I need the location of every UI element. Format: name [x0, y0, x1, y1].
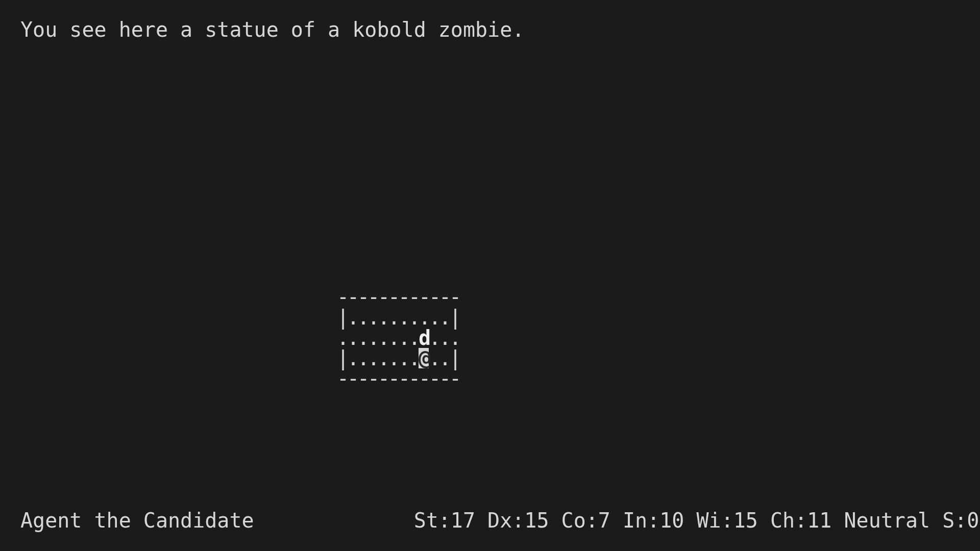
map-cell: . — [398, 307, 408, 328]
map-cell — [327, 328, 337, 348]
map-cell: - — [347, 368, 357, 389]
map-cell: . — [398, 348, 408, 368]
map-row: ------------ — [327, 287, 470, 307]
map-cell: - — [419, 287, 429, 307]
map-cell: - — [429, 368, 439, 389]
map-cell: - — [378, 287, 388, 307]
map-cell: - — [429, 287, 439, 307]
map-cell: . — [378, 348, 388, 368]
map-cell — [459, 328, 470, 348]
map-cell: . — [408, 348, 419, 368]
map-cell: - — [408, 368, 419, 389]
map-cell — [459, 368, 470, 389]
map-cell: - — [449, 368, 459, 389]
map-cell: . — [439, 307, 449, 328]
map-cell: . — [388, 348, 398, 368]
map-cell: - — [357, 368, 368, 389]
map-cell: - — [368, 287, 378, 307]
monster-d: d — [419, 328, 429, 348]
map-cell — [327, 307, 337, 328]
map-cell: . — [378, 328, 388, 348]
map-cell: - — [368, 368, 378, 389]
map-cell: . — [347, 348, 357, 368]
map-cell — [327, 368, 337, 389]
map-cell: . — [439, 348, 449, 368]
map-cell — [459, 348, 470, 368]
map-row: ------------ — [327, 368, 470, 389]
map-cell: . — [347, 307, 357, 328]
map-cell: - — [449, 287, 459, 307]
map-cell: . — [378, 307, 388, 328]
map-row: ........d... — [327, 328, 470, 348]
map-cell: . — [429, 307, 439, 328]
player: @ — [419, 348, 429, 368]
message-line: You see here a statue of a kobold zombie… — [20, 18, 524, 41]
map-cell: . — [368, 307, 378, 328]
map-cell: . — [429, 328, 439, 348]
map-cell: . — [439, 328, 449, 348]
map-cell: - — [357, 287, 368, 307]
map-cell: . — [398, 328, 408, 348]
map-row: |.......@..| — [327, 348, 470, 368]
map-cell: - — [388, 287, 398, 307]
status-lines: Agent the Candidate St:17 Dx:15 Co:7 In:… — [20, 469, 979, 551]
game-screen[interactable]: You see here a statue of a kobold zombie… — [0, 0, 980, 551]
map-cell — [459, 307, 470, 328]
map-cell: . — [408, 328, 419, 348]
map-cell: - — [408, 287, 419, 307]
map-cell: - — [419, 368, 429, 389]
map-cell: . — [429, 348, 439, 368]
map-cell: . — [388, 328, 398, 348]
map-viewport[interactable]: ------------ |..........| ........d... |… — [327, 287, 470, 389]
map-cell: . — [368, 348, 378, 368]
map-cell: - — [378, 368, 388, 389]
map-cell: . — [337, 328, 347, 348]
map-cell: . — [419, 307, 429, 328]
map-cell: . — [408, 307, 419, 328]
map-cell: - — [337, 368, 347, 389]
map-cell: . — [357, 348, 368, 368]
map-cell — [327, 287, 337, 307]
map-cell: - — [388, 368, 398, 389]
map-row: |..........| — [327, 307, 470, 328]
map-cell: - — [439, 287, 449, 307]
status-line-1: Agent the Candidate St:17 Dx:15 Co:7 In:… — [20, 510, 979, 531]
map-cell: | — [337, 348, 347, 368]
map-cell — [459, 287, 470, 307]
map-cell: | — [337, 307, 347, 328]
map-cell: . — [388, 307, 398, 328]
map-cell: - — [337, 287, 347, 307]
map-cell: . — [357, 328, 368, 348]
map-cell: - — [347, 287, 357, 307]
map-cell: - — [398, 287, 408, 307]
map-cell: | — [449, 348, 459, 368]
map-cell: . — [368, 328, 378, 348]
map-cell: . — [357, 307, 368, 328]
map-cell — [327, 348, 337, 368]
map-cell: . — [449, 328, 459, 348]
map-cell: - — [398, 368, 408, 389]
map-cell: - — [439, 368, 449, 389]
map-cell: . — [347, 328, 357, 348]
map-cell: | — [449, 307, 459, 328]
